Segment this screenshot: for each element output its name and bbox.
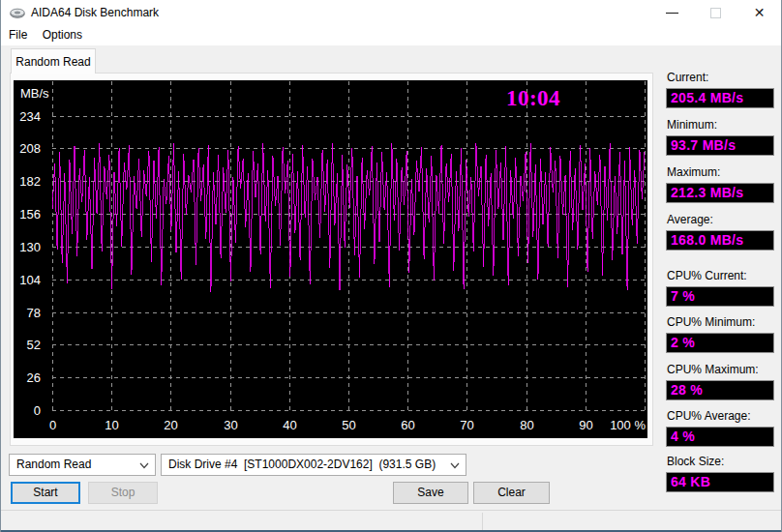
window-title: AIDA64 Disk Benchmark (31, 6, 159, 19)
drive-select-value: Disk Drive #4 [ST1000DX002-2DV162] (931.… (168, 458, 436, 471)
stat-label: Block Size: (667, 455, 724, 468)
app-window: AIDA64 Disk Benchmark ✕ File Options Ran… (0, 0, 782, 532)
stat-value-box: 168.0 MB/s (666, 230, 774, 251)
stat-label: CPU% Current: (667, 269, 747, 282)
x-tick-label: 100 % (610, 418, 646, 432)
stat-value-box: 205.4 MB/s (666, 88, 774, 108)
x-tick-label: 0 (49, 418, 56, 432)
y-tick-label: 26 (27, 370, 41, 385)
status-bar (1, 510, 781, 532)
stat-label: Maximum: (667, 165, 720, 179)
minimize-icon (666, 13, 678, 14)
x-tick-label: 80 (520, 418, 533, 432)
drive-select[interactable]: Disk Drive #4 [ST1000DX002-2DV162] (931.… (161, 454, 466, 476)
clear-button[interactable]: Clear (473, 482, 550, 504)
stat-value-box: 93.7 MB/s (666, 135, 774, 156)
chevron-down-icon (139, 462, 149, 469)
start-button[interactable]: Start (11, 482, 80, 504)
x-tick-label: 10 (105, 418, 118, 432)
benchmark-type-select[interactable]: Random Read (9, 454, 156, 476)
stop-button[interactable]: Stop (88, 482, 158, 504)
stat-label: Average: (667, 213, 713, 226)
y-tick-label: 104 (19, 273, 41, 287)
close-button[interactable]: ✕ (737, 0, 781, 25)
y-axis-unit-label: MB/s (20, 86, 49, 101)
maximize-icon (710, 8, 721, 18)
x-tick-label: 70 (460, 418, 473, 432)
stat-label: Current: (667, 71, 708, 84)
title-bar: AIDA64 Disk Benchmark ✕ (1, 0, 781, 25)
save-button[interactable]: Save (393, 482, 468, 504)
y-tick-label: 52 (27, 338, 41, 352)
menu-options[interactable]: Options (38, 25, 89, 44)
status-bar-divider (482, 513, 483, 531)
stat-value-box: 28 % (666, 380, 774, 400)
close-icon: ✕ (754, 6, 766, 19)
y-tick-label: 234 (19, 109, 41, 124)
y-tick-label: 182 (19, 174, 41, 189)
stat-label: CPU% Minimum: (667, 315, 755, 329)
stat-label: Minimum: (667, 118, 717, 132)
benchmark-type-value: Random Read (16, 458, 91, 471)
y-tick-label: 0 (34, 403, 41, 418)
y-tick-label: 78 (27, 306, 41, 320)
x-tick-label: 90 (579, 418, 592, 432)
x-tick-label: 60 (401, 418, 414, 432)
stat-value-box: 64 KB (666, 472, 774, 492)
stat-value-box: 2 % (666, 333, 774, 353)
x-tick-label: 30 (224, 418, 237, 432)
benchmark-chart: 0102030405060708090100 %0265278104130156… (14, 80, 647, 438)
stat-value-box: 7 % (666, 286, 774, 307)
app-icon (10, 5, 25, 20)
stat-value-box: 212.3 MB/s (666, 183, 774, 203)
x-tick-label: 50 (342, 418, 355, 432)
x-tick-label: 40 (283, 418, 296, 432)
stat-label: CPU% Maximum: (667, 363, 759, 376)
minimize-button[interactable] (650, 0, 694, 25)
tab-random-read[interactable]: Random Read (11, 48, 96, 74)
tab-page: 0102030405060708090100 %0265278104130156… (10, 73, 653, 446)
chevron-down-icon (450, 462, 460, 469)
elapsed-time-label: 10:04 (506, 86, 560, 110)
y-tick-label: 208 (19, 141, 41, 156)
y-tick-label: 156 (19, 207, 41, 222)
y-tick-label: 130 (19, 240, 41, 254)
maximize-button[interactable] (694, 0, 737, 25)
menu-bar: File Options (1, 25, 781, 45)
menu-file[interactable]: File (1, 25, 34, 44)
x-tick-label: 20 (164, 418, 177, 432)
stat-label: CPU% Average: (667, 409, 751, 423)
benchmark-chart-svg: 0102030405060708090100 %0265278104130156… (14, 80, 647, 438)
stat-value-box: 4 % (666, 427, 774, 447)
